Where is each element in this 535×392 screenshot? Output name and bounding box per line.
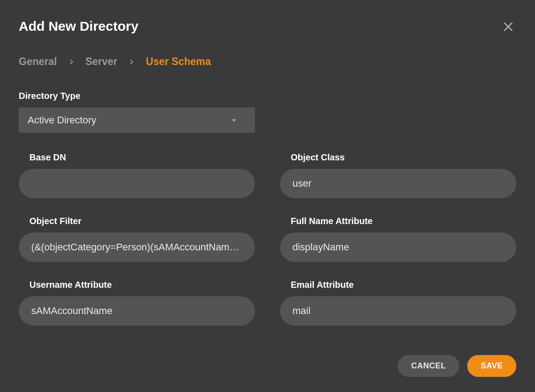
add-directory-dialog: Add New Directory General Server User Sc… xyxy=(0,0,535,392)
breadcrumb-item-server[interactable]: Server xyxy=(86,56,118,68)
full-name-attribute-label: Full Name Attribute xyxy=(280,216,516,226)
full-name-attribute-input[interactable] xyxy=(280,233,516,262)
form-grid: Base DN Object Class Object Filter Full … xyxy=(19,152,516,326)
breadcrumb: General Server User Schema xyxy=(19,56,516,68)
full-name-attribute-field: Full Name Attribute xyxy=(280,216,516,262)
directory-type-field: Directory Type Active Directory xyxy=(19,91,516,133)
object-filter-input[interactable] xyxy=(19,233,255,262)
object-filter-label: Object Filter xyxy=(19,216,255,226)
dialog-footer: CANCEL SAVE xyxy=(398,355,516,377)
chevron-right-icon xyxy=(128,58,135,65)
base-dn-input[interactable] xyxy=(19,169,255,198)
username-attribute-label: Username Attribute xyxy=(19,280,255,290)
directory-type-select-wrapper: Active Directory xyxy=(19,107,255,133)
directory-type-select[interactable]: Active Directory xyxy=(19,107,255,133)
close-button[interactable] xyxy=(500,19,516,36)
save-button[interactable]: SAVE xyxy=(467,355,516,377)
email-attribute-field: Email Attribute xyxy=(280,280,516,326)
base-dn-field: Base DN xyxy=(19,152,255,198)
dialog-header: Add New Directory xyxy=(19,19,516,36)
email-attribute-label: Email Attribute xyxy=(280,280,516,290)
email-attribute-input[interactable] xyxy=(280,296,516,326)
breadcrumb-item-user-schema[interactable]: User Schema xyxy=(146,56,211,68)
directory-type-label: Directory Type xyxy=(19,91,516,101)
form-section: Directory Type Active Directory Base DN xyxy=(19,91,516,326)
username-attribute-input[interactable] xyxy=(19,296,255,326)
cancel-button[interactable]: CANCEL xyxy=(398,355,459,377)
chevron-right-icon xyxy=(68,58,75,65)
object-filter-field: Object Filter xyxy=(19,216,255,262)
close-icon xyxy=(502,20,514,34)
dialog-title: Add New Directory xyxy=(19,19,138,34)
breadcrumb-item-general[interactable]: General xyxy=(19,56,57,68)
object-class-label: Object Class xyxy=(280,152,516,163)
object-class-input[interactable] xyxy=(280,169,516,198)
object-class-field: Object Class xyxy=(280,152,516,198)
username-attribute-field: Username Attribute xyxy=(19,280,255,326)
base-dn-label: Base DN xyxy=(19,152,255,163)
